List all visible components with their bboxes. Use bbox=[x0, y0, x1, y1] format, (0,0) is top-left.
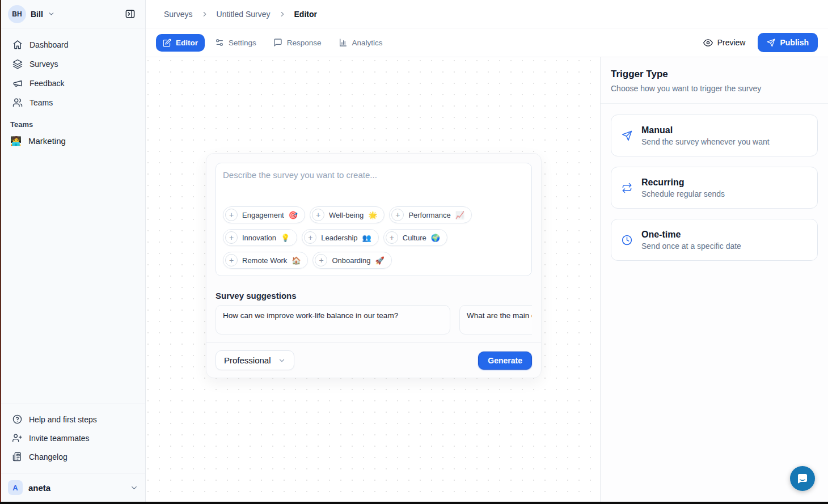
tab-bar: Editor Settings Response Analytics bbox=[146, 28, 828, 57]
preview-label: Preview bbox=[717, 38, 746, 47]
sidebar-item-label: Dashboard bbox=[29, 40, 69, 49]
chip-label: Well-being bbox=[329, 211, 364, 219]
breadcrumb-surveys[interactable]: Surveys bbox=[164, 10, 193, 19]
trigger-option-one-time[interactable]: One-time Send once at a specific date bbox=[611, 219, 818, 261]
house-emoji-icon: 🏠 bbox=[292, 256, 301, 265]
bar-chart-icon bbox=[339, 38, 348, 47]
tab-editor[interactable]: Editor bbox=[156, 34, 205, 52]
topic-chip-culture[interactable]: + Culture 🌍 bbox=[383, 229, 447, 246]
tab-analytics[interactable]: Analytics bbox=[332, 33, 390, 52]
topic-chips: + Engagement 🎯 + Well-being 🌟 + bbox=[223, 206, 525, 269]
star-emoji-icon: 🌟 bbox=[368, 211, 377, 219]
sidebar-item-label: Teams bbox=[29, 98, 53, 107]
sidebar-item-teams[interactable]: Teams bbox=[7, 93, 140, 112]
sidebar-nav: Dashboard Surveys Feedback Teams bbox=[1, 28, 145, 112]
repeat-icon bbox=[622, 183, 632, 193]
sidebar-item-dashboard[interactable]: Dashboard bbox=[7, 35, 140, 54]
workspace-switcher[interactable]: BH Bill bbox=[1, 0, 145, 28]
suggestions-row: How can we improve work-life balance in … bbox=[216, 305, 532, 334]
generate-button[interactable]: Generate bbox=[478, 351, 532, 370]
trigger-option-text: Manual Send the survey whenever you want bbox=[641, 125, 770, 146]
suggestion-card[interactable]: How can we improve work-life balance in … bbox=[216, 305, 450, 334]
megaphone-icon bbox=[12, 78, 23, 88]
panel-title: Trigger Type bbox=[611, 69, 818, 80]
chevron-right-icon bbox=[201, 10, 209, 18]
sidebar: BH Bill Dashboard Surveys bbox=[1, 0, 146, 502]
trigger-option-title: Manual bbox=[641, 125, 770, 135]
publish-button[interactable]: Publish bbox=[758, 33, 818, 52]
app-window: BH Bill Dashboard Surveys bbox=[1, 0, 828, 502]
tone-select[interactable]: Professional bbox=[216, 350, 294, 370]
home-icon bbox=[12, 40, 23, 50]
sidebar-item-feedback[interactable]: Feedback bbox=[7, 74, 140, 93]
panel-header: Trigger Type Choose how you want to trig… bbox=[601, 57, 828, 104]
publish-label: Publish bbox=[780, 38, 809, 47]
tone-selected-value: Professional bbox=[224, 355, 271, 365]
prompt-box: + Engagement 🎯 + Well-being 🌟 + bbox=[216, 163, 532, 276]
send-icon bbox=[767, 39, 775, 47]
topic-chip-engagement[interactable]: + Engagement 🎯 bbox=[223, 206, 305, 223]
topic-chip-leadership[interactable]: + Leadership 👥 bbox=[302, 229, 379, 246]
editor-canvas[interactable]: + Engagement 🎯 + Well-being 🌟 + bbox=[146, 57, 600, 502]
user-name: aneta bbox=[28, 483, 50, 493]
trigger-option-manual[interactable]: Manual Send the survey whenever you want bbox=[611, 115, 818, 156]
panel-subtitle: Choose how you want to trigger the surve… bbox=[611, 84, 818, 93]
eye-icon bbox=[703, 38, 713, 48]
survey-prompt-input[interactable] bbox=[223, 170, 525, 206]
sidebar-teams-header: Teams bbox=[1, 112, 145, 132]
survey-builder-card: + Engagement 🎯 + Well-being 🌟 + bbox=[206, 153, 542, 378]
topic-chip-remote-work[interactable]: + Remote Work 🏠 bbox=[223, 252, 308, 269]
topic-chip-well-being[interactable]: + Well-being 🌟 bbox=[310, 206, 385, 223]
clock-icon bbox=[622, 235, 632, 245]
user-plus-icon bbox=[12, 433, 22, 443]
user-avatar: A bbox=[8, 480, 23, 495]
trigger-option-title: One-time bbox=[641, 230, 741, 240]
chip-label: Engagement bbox=[242, 211, 284, 219]
preview-button[interactable]: Preview bbox=[699, 35, 750, 51]
topic-chip-performance[interactable]: + Performance 📈 bbox=[389, 206, 472, 223]
sidebar-collapse-button[interactable] bbox=[121, 6, 138, 23]
sidebar-item-label: Help and first steps bbox=[29, 415, 97, 424]
people-emoji-icon: 👥 bbox=[362, 234, 371, 242]
topic-chip-onboarding[interactable]: + Onboarding 🚀 bbox=[312, 252, 391, 269]
sidebar-footer-nav: Help and first steps Invite teammates Ch… bbox=[1, 404, 145, 469]
workspace-name: Bill bbox=[31, 10, 43, 19]
plus-icon: + bbox=[315, 254, 327, 266]
tab-label: Analytics bbox=[352, 39, 383, 47]
tab-settings[interactable]: Settings bbox=[208, 33, 263, 52]
edit-icon bbox=[163, 39, 171, 47]
sidebar-item-changelog[interactable]: Changelog bbox=[7, 447, 140, 466]
sidebar-team-marketing[interactable]: 🧑‍💻 Marketing bbox=[1, 132, 145, 150]
users-icon bbox=[12, 98, 23, 108]
newspaper-icon bbox=[12, 452, 22, 461]
tab-response[interactable]: Response bbox=[267, 33, 328, 52]
sidebar-item-invite[interactable]: Invite teammates bbox=[7, 429, 140, 447]
chip-label: Culture bbox=[403, 234, 426, 242]
plus-icon: + bbox=[391, 209, 404, 221]
user-menu[interactable]: A aneta bbox=[1, 473, 145, 502]
trigger-option-description: Send once at a specific date bbox=[641, 242, 741, 251]
rocket-emoji-icon: 🚀 bbox=[375, 256, 384, 265]
chip-label: Innovation bbox=[242, 234, 276, 242]
sidebar-item-help[interactable]: Help and first steps bbox=[7, 410, 140, 429]
globe-emoji-icon: 🌍 bbox=[431, 234, 440, 242]
chevron-down-icon bbox=[278, 357, 286, 365]
sidebar-item-label: Surveys bbox=[29, 60, 58, 69]
screen-bottom-edge bbox=[0, 502, 828, 504]
trigger-options: Manual Send the survey whenever you want… bbox=[601, 104, 828, 272]
chat-launcher-button[interactable] bbox=[790, 466, 815, 491]
breadcrumb-untitled-survey[interactable]: Untitled Survey bbox=[217, 10, 271, 19]
plus-icon: + bbox=[386, 231, 398, 244]
plus-icon: + bbox=[225, 209, 238, 221]
chevron-down-icon bbox=[48, 10, 55, 18]
plus-icon: + bbox=[304, 231, 316, 244]
suggestion-card[interactable]: What are the main ob bbox=[459, 305, 532, 334]
trigger-option-text: Recurring Schedule regular sends bbox=[641, 177, 725, 198]
layers-icon bbox=[12, 59, 23, 69]
breadcrumb-editor: Editor bbox=[294, 10, 317, 19]
breadcrumb: Surveys Untitled Survey Editor bbox=[146, 0, 828, 28]
sidebar-item-surveys[interactable]: Surveys bbox=[7, 54, 140, 74]
sidebar-spacer bbox=[1, 150, 145, 404]
topic-chip-innovation[interactable]: + Innovation 💡 bbox=[223, 229, 297, 246]
trigger-option-recurring[interactable]: Recurring Schedule regular sends bbox=[611, 167, 818, 209]
